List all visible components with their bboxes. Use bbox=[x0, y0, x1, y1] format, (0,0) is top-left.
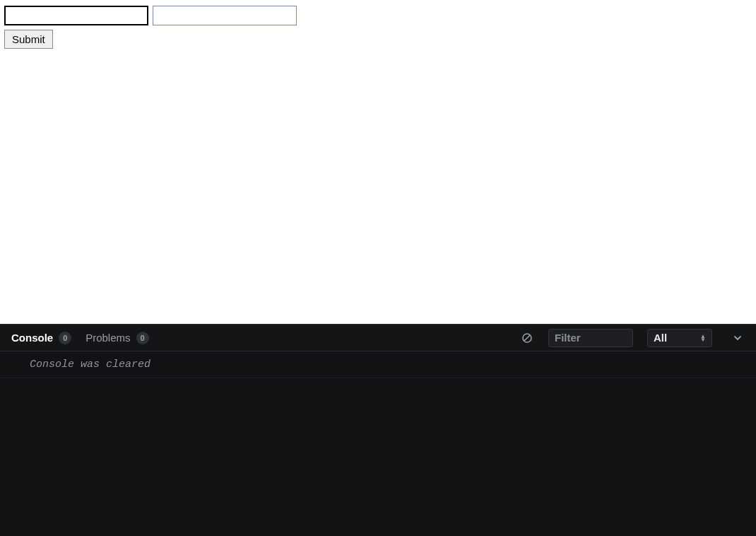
tab-console-label: Console bbox=[11, 332, 53, 344]
console-output: Console was cleared bbox=[0, 351, 756, 536]
ban-icon bbox=[521, 332, 533, 344]
collapse-panel-button[interactable] bbox=[731, 331, 745, 345]
log-level-selected: All bbox=[654, 332, 667, 344]
text-input-1[interactable] bbox=[4, 6, 148, 25]
console-count-badge: 0 bbox=[59, 332, 71, 344]
log-level-select[interactable]: All ▲▼ bbox=[647, 329, 712, 347]
chevron-down-icon bbox=[733, 333, 743, 343]
text-input-2[interactable] bbox=[153, 6, 297, 25]
submit-button[interactable]: Submit bbox=[4, 30, 53, 49]
sort-arrows-icon: ▲▼ bbox=[700, 334, 706, 342]
tab-problems-label: Problems bbox=[85, 332, 130, 344]
svg-line-1 bbox=[524, 335, 530, 341]
console-filter-input[interactable] bbox=[548, 329, 633, 347]
console-message: Console was cleared bbox=[0, 351, 756, 378]
tab-problems[interactable]: Problems 0 bbox=[85, 332, 148, 344]
form-row bbox=[4, 6, 752, 25]
devtools-tab-bar: Console 0 Problems 0 All ▲▼ bbox=[0, 325, 756, 351]
page-content: Submit bbox=[0, 0, 756, 324]
problems-count-badge: 0 bbox=[136, 332, 149, 344]
tab-console[interactable]: Console 0 bbox=[11, 332, 71, 344]
clear-console-button[interactable] bbox=[520, 331, 534, 345]
devtools-panel: Console 0 Problems 0 All ▲▼ bbox=[0, 324, 756, 536]
